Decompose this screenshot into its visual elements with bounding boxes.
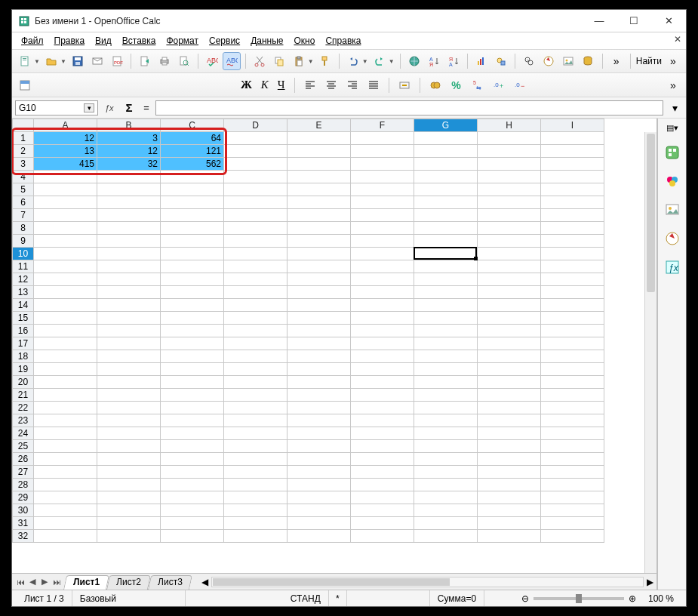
cell-H18[interactable] [478,350,541,363]
cell-D25[interactable] [224,440,288,453]
italic-button[interactable]: К [259,79,271,91]
sort-desc-icon[interactable]: ЯА [445,53,462,69]
cell-F22[interactable] [351,402,414,414]
row-header-17[interactable]: 17 [13,337,34,350]
sheet-tab-2[interactable]: Лист2 [106,575,151,590]
cell-C29[interactable] [161,491,224,504]
cell-H32[interactable] [478,530,541,543]
zoom-control[interactable]: ⊖ ⊕ 100 % [521,593,681,604]
cell-I7[interactable] [541,209,604,222]
cut-icon[interactable] [251,53,268,69]
sheet-tab-3[interactable]: Лист3 [148,575,192,590]
cell-G20[interactable] [414,376,478,389]
row-header-4[interactable]: 4 [13,171,34,183]
cell-C32[interactable] [161,530,224,543]
clone-format-icon[interactable] [317,53,334,69]
cell-D8[interactable] [224,222,288,235]
cell-D14[interactable] [224,299,288,312]
cell-B16[interactable] [97,325,161,337]
cell-I32[interactable] [541,530,604,543]
cell-I11[interactable] [541,260,604,273]
cell-I28[interactable] [541,479,604,491]
cell-B31[interactable] [97,517,161,530]
row-header-2[interactable]: 2 [13,145,34,158]
sum-icon[interactable]: Σ [121,100,137,116]
cell-D9[interactable] [224,235,288,248]
functions-icon[interactable]: ƒx [663,258,681,276]
gallery-icon[interactable] [663,201,681,219]
cell-I5[interactable] [541,183,604,196]
add-decimal-icon[interactable]: .0+ [490,77,507,94]
row-header-32[interactable]: 32 [13,530,34,543]
cell-E15[interactable] [288,312,351,325]
cell-B4[interactable] [97,171,161,183]
row-header-23[interactable]: 23 [13,414,34,427]
cell-C3[interactable]: 562 [161,158,224,171]
datasource-icon[interactable] [580,53,596,69]
cell-I8[interactable] [541,222,604,235]
cell-G25[interactable] [414,440,478,453]
open-icon[interactable] [43,53,60,69]
cell-B19[interactable] [97,363,161,376]
cell-A13[interactable] [34,286,97,299]
cell-B32[interactable] [97,530,161,543]
cell-H3[interactable] [478,158,541,171]
cell-E26[interactable] [288,453,351,466]
cell-G26[interactable] [414,453,478,466]
cell-F10[interactable] [351,248,414,260]
cell-C1[interactable]: 64 [161,132,224,145]
cell-D26[interactable] [224,453,288,466]
styles-window-icon[interactable] [17,77,33,94]
cell-E6[interactable] [288,196,351,209]
cell-C30[interactable] [161,504,224,517]
cell-F32[interactable] [351,530,414,543]
cell-E27[interactable] [288,466,351,479]
cell-F8[interactable] [351,222,414,235]
del-decimal-icon[interactable]: .0− [512,77,528,94]
cell-I22[interactable] [541,402,604,414]
cell-A7[interactable] [34,209,97,222]
cell-H2[interactable] [478,145,541,158]
cell-H29[interactable] [478,491,541,504]
row-header-6[interactable]: 6 [13,196,34,209]
cell-reference-box[interactable]: G10 ▾ [15,100,98,116]
row-header-15[interactable]: 15 [13,312,34,325]
cell-B12[interactable] [97,273,161,286]
cell-I10[interactable] [541,248,604,260]
col-header-E[interactable]: E [288,119,351,132]
menu-tools[interactable]: Сервис [204,34,244,48]
cell-I30[interactable] [541,504,604,517]
currency-icon[interactable] [427,77,444,94]
row-header-5[interactable]: 5 [13,183,34,196]
col-header-B[interactable]: B [97,119,161,132]
cell-A1[interactable]: 12 [34,132,97,145]
menu-format[interactable]: Формат [161,34,203,48]
cell-B1[interactable]: 3 [97,132,161,145]
cell-F27[interactable] [351,466,414,479]
cell-F1[interactable] [351,132,414,145]
col-header-C[interactable]: C [161,119,224,132]
cell-D21[interactable] [224,389,288,402]
cell-E9[interactable] [288,235,351,248]
cell-G9[interactable] [414,235,478,248]
row-header-10[interactable]: 10 [13,248,34,260]
align-justify-icon[interactable] [365,77,382,94]
cell-I6[interactable] [541,196,604,209]
cell-C13[interactable] [161,286,224,299]
cell-H5[interactable] [478,183,541,196]
spellcheck-icon[interactable]: ABC [204,53,220,69]
cell-I19[interactable] [541,363,604,376]
navigator-icon[interactable] [663,229,681,248]
find-icon[interactable] [521,53,537,69]
cell-E32[interactable] [288,530,351,543]
cell-D10[interactable] [224,248,288,260]
cell-H26[interactable] [478,453,541,466]
cell-H17[interactable] [478,337,541,350]
cell-H7[interactable] [478,209,541,222]
cell-C22[interactable] [161,402,224,414]
cell-D12[interactable] [224,273,288,286]
cell-H24[interactable] [478,427,541,440]
cell-B20[interactable] [97,376,161,389]
cell-A4[interactable] [34,171,97,183]
cell-I18[interactable] [541,350,604,363]
